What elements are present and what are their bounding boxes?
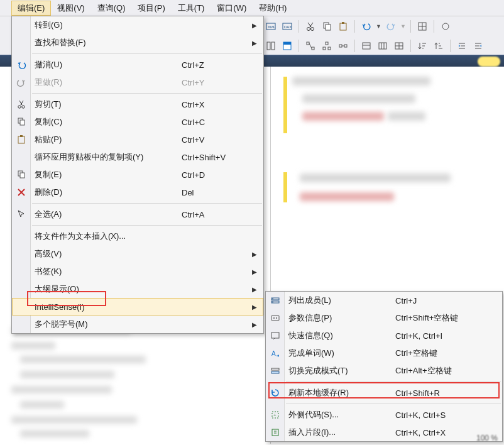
menu-item[interactable]: 高级(V)▶ — [12, 245, 263, 263]
menu-item-shortcut: Del — [182, 188, 251, 197]
indent-left-icon[interactable] — [455, 39, 469, 53]
submenu-arrow-icon: ▶ — [251, 321, 257, 328]
svg-rect-17 — [283, 42, 291, 45]
menu-item-label: 粘贴(P) — [35, 134, 182, 145]
copy-icon — [16, 117, 26, 127]
sort1-icon[interactable] — [415, 39, 429, 53]
menu-item-shortcut: Ctrl+Shift+空格键 — [395, 312, 490, 324]
menu-item-shortcut: Ctrl+Shift+V — [182, 153, 251, 162]
svg-rect-26 — [363, 43, 370, 49]
submenu-arrow-icon: ▶ — [251, 251, 257, 258]
menu-item-label: 复制(C) — [35, 116, 182, 128]
menu-item[interactable]: 切换完成模式(T)Ctrl+Alt+空格键 — [266, 362, 502, 380]
dax-icon[interactable]: DAX — [280, 19, 294, 33]
settings-icon[interactable] — [439, 19, 452, 33]
layout2-icon[interactable] — [280, 39, 294, 53]
menu-tools[interactable]: 工具(T) — [172, 1, 211, 16]
grid-icon[interactable] — [415, 19, 429, 33]
zoom-status: 100 % — [476, 434, 498, 442]
svg-rect-58 — [271, 316, 279, 321]
svg-text:+: + — [273, 412, 277, 418]
menu-item[interactable]: 将文件作为文本插入(X)... — [12, 228, 263, 245]
menu-item[interactable]: 书签(K)▶ — [12, 263, 263, 280]
table1-icon[interactable] — [359, 39, 373, 53]
svg-rect-14 — [267, 42, 270, 50]
menu-item[interactable]: 复制(E)Ctrl+D — [12, 166, 263, 184]
svg-rect-67 — [272, 429, 278, 436]
menu-item[interactable]: A完成单词(W)Ctrl+空格键 — [266, 344, 502, 362]
menu-item[interactable]: 剪切(T)Ctrl+X — [12, 96, 263, 113]
svg-text:XML: XML — [268, 25, 276, 29]
menu-window[interactable]: 窗口(W) — [211, 1, 253, 16]
menu-item-shortcut: Ctrl+K, Ctrl+X — [395, 428, 490, 437]
menu-item[interactable]: 参数信息(P)Ctrl+Shift+空格键 — [266, 309, 502, 327]
table2-icon[interactable] — [376, 39, 390, 53]
menu-item[interactable]: 粘贴(P)Ctrl+V — [12, 131, 263, 148]
svg-rect-28 — [379, 43, 386, 49]
menu-item[interactable]: 大纲显示(O)▶ — [12, 280, 263, 298]
toggle-icon — [270, 366, 280, 376]
menu-item-label: 多个脱字号(M) — [35, 319, 182, 330]
svg-rect-15 — [271, 42, 275, 50]
edit-menu: 转到(G)▶查找和替换(F)▶撤消(U)Ctrl+Z重做(R)Ctrl+Y剪切(… — [11, 16, 264, 334]
svg-rect-7 — [326, 25, 331, 30]
menu-item[interactable]: 重做(R)Ctrl+Y — [12, 74, 263, 91]
menu-item[interactable]: 快速信息(Q)Ctrl+K, Ctrl+I — [266, 327, 502, 344]
surround-icon: + — [270, 410, 280, 420]
menu-item[interactable]: 撤消(U)Ctrl+Z — [12, 56, 263, 74]
menu-project[interactable]: 项目(P) — [131, 1, 171, 16]
menu-item[interactable]: 多个脱字号(M)▶ — [12, 316, 263, 333]
menu-item[interactable]: 插入片段(I)...Ctrl+K, Ctrl+X — [266, 424, 502, 441]
word-icon: A — [270, 348, 280, 358]
diagram2-icon[interactable] — [320, 39, 334, 53]
quick-icon — [270, 331, 280, 341]
copy-icon[interactable] — [320, 19, 334, 33]
menu-item[interactable]: 删除(D)Del — [12, 184, 263, 201]
redo-icon — [16, 77, 26, 87]
paste-icon — [16, 135, 26, 145]
layout1-icon[interactable] — [264, 39, 278, 53]
menu-view[interactable]: 视图(V) — [51, 1, 90, 16]
menu-item[interactable]: 查找和替换(F)▶ — [12, 34, 263, 52]
sort2-icon[interactable] — [432, 39, 446, 53]
submenu-arrow-icon: ▶ — [251, 286, 257, 293]
intellisense-submenu: 列出成员(L)Ctrl+J参数信息(P)Ctrl+Shift+空格键快速信息(Q… — [265, 291, 503, 442]
menu-item[interactable]: 列出成员(L)Ctrl+J — [266, 292, 502, 309]
snippet-icon — [270, 427, 280, 437]
table3-icon[interactable] — [392, 39, 406, 53]
menu-query[interactable]: 查询(Q) — [91, 1, 132, 16]
menu-help[interactable]: 帮助(H) — [253, 1, 293, 16]
svg-point-4 — [307, 27, 310, 30]
menu-item-shortcut: Ctrl+K, Ctrl+S — [395, 410, 490, 420]
svg-rect-8 — [340, 23, 346, 30]
menu-item-label: 书签(K) — [35, 266, 182, 277]
diagram3-icon[interactable] — [336, 39, 350, 53]
svg-rect-23 — [339, 45, 342, 47]
cut-icon — [16, 99, 26, 109]
menu-item[interactable]: 刷新本地缓存(R)Ctrl+Shift+R — [266, 384, 502, 402]
menu-item[interactable]: 复制(C)Ctrl+C — [12, 113, 263, 131]
menu-item[interactable]: IntelliSense(I)▶ — [12, 298, 263, 316]
menu-item-shortcut: Ctrl+空格键 — [395, 348, 490, 359]
undo-icon[interactable] — [359, 19, 373, 33]
svg-rect-63 — [271, 368, 279, 370]
svg-rect-50 — [18, 136, 25, 143]
paste-icon[interactable] — [336, 19, 350, 33]
menu-edit[interactable]: 编辑(E) — [11, 1, 51, 16]
xmla-icon[interactable]: XML — [264, 19, 278, 33]
svg-rect-22 — [328, 47, 331, 50]
menu-item[interactable]: 全选(A)Ctrl+A — [12, 206, 263, 223]
submenu-arrow-icon: ▶ — [251, 22, 257, 29]
indent-right-icon[interactable] — [471, 39, 485, 53]
menu-item-shortcut: Ctrl+K, Ctrl+I — [395, 331, 490, 341]
menu-item[interactable]: 循环应用剪贴板中的复制项(Y)Ctrl+Shift+V — [12, 148, 263, 166]
redo-icon[interactable] — [384, 19, 398, 33]
diagram1-icon[interactable] — [304, 39, 317, 53]
menu-item-label: 快速信息(Q) — [288, 330, 395, 341]
menu-item[interactable]: +外侧代码(S)...Ctrl+K, Ctrl+S — [266, 406, 502, 424]
svg-text:DAX: DAX — [284, 25, 292, 29]
cut-icon[interactable] — [304, 19, 317, 33]
select-icon — [16, 209, 26, 219]
svg-rect-19 — [312, 47, 314, 50]
menu-item[interactable]: 转到(G)▶ — [12, 16, 263, 34]
